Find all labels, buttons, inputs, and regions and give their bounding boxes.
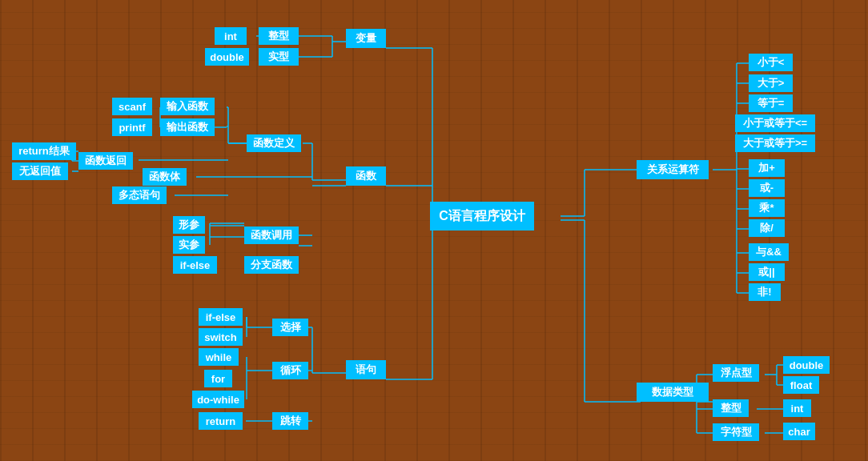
node-fenzhi: 分支函数	[244, 256, 299, 274]
node-wufanhui: 无返回值	[12, 162, 68, 180]
main-node: C语言程序设计	[430, 202, 534, 230]
node-cheng: 乘*	[749, 199, 785, 217]
node-hanshuti: 函数体	[143, 168, 187, 186]
node-ifelse-stmt: if-else	[199, 308, 243, 326]
node-return-result: return结果	[12, 142, 76, 160]
node-int: int	[215, 27, 247, 45]
node-dowhile: do-while	[192, 391, 244, 408]
node-dengyu: 等于=	[749, 94, 793, 112]
node-float: float	[783, 376, 819, 394]
node-shuruhanshu: 输入函数	[160, 98, 215, 115]
node-hanshufahui: 函数返回	[78, 152, 133, 170]
node-xingcan: 形参	[173, 216, 205, 234]
node-shuchuhanshu: 输出函数	[160, 118, 215, 136]
node-juju: 语句	[346, 360, 386, 379]
node-guanxi: 关系运算符	[637, 160, 709, 179]
node-tiaozhua: 跳转	[272, 412, 308, 430]
node-jia: 加+	[749, 159, 785, 177]
node-double2: double	[783, 356, 830, 374]
node-duocantaiyu: 多态语句	[112, 186, 167, 204]
node-xuanze: 选择	[272, 319, 308, 336]
node-huo: 或-	[749, 179, 785, 197]
node-dayudengyu: 大于或等于>=	[735, 134, 815, 152]
node-double: double	[205, 48, 249, 66]
node-shican: 实参	[173, 236, 205, 254]
node-hanshu: 函数	[346, 166, 386, 186]
node-switch: switch	[199, 328, 243, 346]
node-dayu: 大于>	[749, 74, 793, 92]
node-int2: int	[783, 399, 811, 417]
node-zhengxing: 整型	[259, 27, 299, 45]
node-while: while	[199, 348, 239, 366]
node-xunhuan: 循环	[272, 362, 308, 379]
node-yu: 与&&	[749, 243, 789, 261]
node-ifelse-func: if-else	[173, 256, 217, 274]
node-chu: 除/	[749, 219, 785, 237]
node-fudianxing: 浮点型	[713, 364, 759, 382]
node-fei: 非!	[749, 283, 781, 301]
node-xiaoydengyu: 小于或等于<=	[735, 114, 815, 132]
node-xiaoyu: 小于<	[749, 54, 793, 71]
node-char: char	[783, 423, 815, 440]
node-for: for	[204, 370, 232, 387]
node-bianliang: 变量	[346, 29, 386, 48]
node-hanshudiaoyong: 函数调用	[244, 226, 299, 244]
node-scanf: scanf	[112, 98, 152, 115]
node-shujuleixing: 数据类型	[637, 383, 709, 402]
node-huo2: 或||	[749, 263, 785, 281]
node-shixing: 实型	[259, 48, 299, 66]
node-hanshudingyi: 函数定义	[247, 134, 301, 152]
node-printf: printf	[112, 118, 152, 136]
node-zifuxing: 字符型	[713, 423, 759, 441]
node-return-stmt: return	[199, 412, 243, 430]
node-zhengxing2: 整型	[713, 399, 749, 417]
